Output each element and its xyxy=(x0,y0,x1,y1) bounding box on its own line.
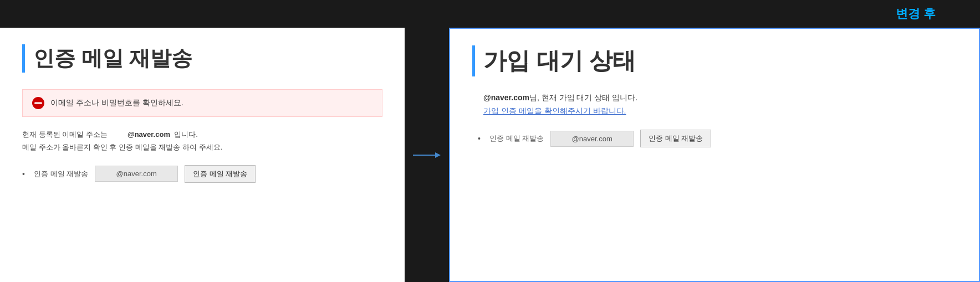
info-suffix: 입니다. xyxy=(174,130,198,139)
error-icon xyxy=(32,96,45,110)
arrow-icon xyxy=(413,150,441,161)
left-panel: 인증 메일 재발송 이메일 주소나 비밀번호를 확인하세요. 현재 등록된 이메… xyxy=(0,28,405,282)
main-content: 인증 메일 재발송 이메일 주소나 비밀번호를 확인하세요. 현재 등록된 이메… xyxy=(0,28,980,282)
svg-rect-1 xyxy=(34,102,42,104)
after-label: 변경 후 xyxy=(896,6,936,22)
left-panel-title: 인증 메일 재발송 xyxy=(22,44,382,73)
right-resend-row: • 인증 메일 재발송 인증 메일 재발송 xyxy=(472,130,957,147)
left-email-input[interactable] xyxy=(95,166,178,182)
right-info-text: @naver.com님, 현재 가입 대기 상태 입니다. xyxy=(472,93,957,103)
right-resend-label: 인증 메일 재발송 xyxy=(489,134,544,143)
info-text: 현재 등록된 이메일 주소는 @naver.com 입니다. 메일 주소가 올바… xyxy=(22,128,382,154)
top-bar: 변경 후 xyxy=(0,0,980,28)
error-box: 이메일 주소나 비밀번호를 확인하세요. xyxy=(22,89,382,117)
right-info-mid: 님, 현재 가입 대기 상태 입니다. xyxy=(529,93,637,102)
error-message: 이메일 주소나 비밀번호를 확인하세요. xyxy=(50,98,183,108)
right-panel-title: 가입 대기 상태 xyxy=(472,45,957,76)
info-line1: 현재 등록된 이메일 주소는 xyxy=(22,130,108,139)
right-link-text[interactable]: 가입 인증 메일을 확인해주시기 바랍니다. xyxy=(472,106,957,116)
right-panel: 가입 대기 상태 @naver.com님, 현재 가입 대기 상태 입니다. 가… xyxy=(449,28,980,282)
arrow-area xyxy=(405,28,449,282)
right-resend-button[interactable]: 인증 메일 재발송 xyxy=(640,130,711,147)
bullet-right: • xyxy=(478,134,481,143)
right-email-input[interactable] xyxy=(550,131,634,147)
right-info-email: @naver.com xyxy=(483,93,529,102)
info-line2: 메일 주소가 올바른지 확인 후 인증 메일을 재발송 하여 주세요. xyxy=(22,143,222,151)
left-resend-label: 인증 메일 재발송 xyxy=(34,169,88,179)
bullet-left: • xyxy=(22,170,25,178)
left-resend-row: • 인증 메일 재발송 인증 메일 재발송 xyxy=(22,165,382,183)
left-resend-button[interactable]: 인증 메일 재발송 xyxy=(185,165,256,183)
info-email: @naver.com xyxy=(127,130,170,139)
svg-marker-3 xyxy=(435,152,441,158)
